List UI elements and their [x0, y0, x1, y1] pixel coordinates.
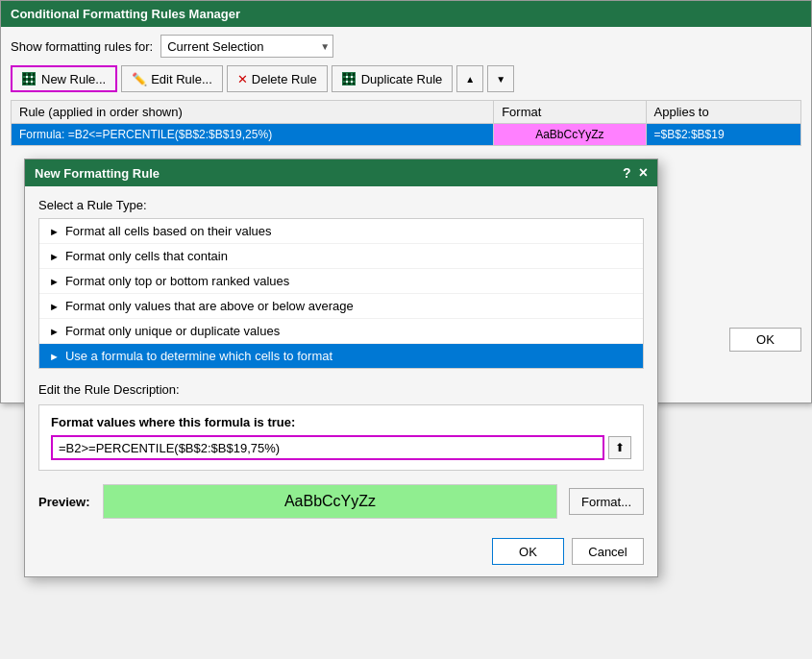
col-header-applies: Applies to	[646, 101, 800, 124]
preview-row: Preview: AaBbCcYyZz Format...	[38, 484, 644, 519]
rule-type-item-5[interactable]: ► Use a formula to determine which cells…	[39, 344, 643, 368]
help-icon[interactable]: ?	[623, 165, 631, 181]
collapse-icon: ⬆	[615, 441, 625, 454]
edit-rule-button[interactable]: ✏️ Edit Rule...	[121, 65, 223, 92]
move-up-button[interactable]: ▲	[456, 65, 483, 92]
duplicate-rule-button[interactable]: Duplicate Rule	[332, 65, 454, 92]
rule-format-cell: AaBbCcYyZz	[494, 124, 646, 146]
rules-table: Rule (applied in order shown) Format App…	[11, 100, 801, 146]
rule-applies-cell: =$B$2:$B$19	[646, 124, 800, 146]
formula-input[interactable]	[51, 435, 604, 460]
rule-arrow-icon-2: ►	[49, 276, 60, 287]
preview-label: Preview:	[38, 495, 91, 509]
rule-formula-cell: Formula: =B2<=PERCENTILE($B$2:$B$19,25%)	[12, 124, 494, 146]
format-button[interactable]: Format...	[569, 488, 644, 515]
rule-type-label-4: Format only unique or duplicate values	[65, 324, 280, 338]
sub-dialog-footer: OK Cancel	[25, 530, 657, 576]
rule-type-label-3: Format only values that are above or bel…	[65, 299, 354, 313]
sub-dialog-title-actions: ? ×	[623, 165, 648, 181]
sub-dialog: New Formatting Rule ? × Select a Rule Ty…	[24, 159, 658, 577]
rule-type-label-2: Format only top or bottom ranked values	[65, 274, 289, 288]
preview-box: AaBbCcYyZz	[103, 484, 557, 519]
main-dialog-body: Show formatting rules for: Current Selec…	[1, 27, 811, 154]
move-down-icon: ▼	[496, 74, 505, 85]
select-rule-type-label: Select a Rule Type:	[38, 198, 644, 212]
sub-dialog-ok-button[interactable]: OK	[492, 538, 564, 565]
edit-rule-description-label: Edit the Rule Description:	[38, 382, 644, 397]
rule-type-label-0: Format all cells based on their values	[65, 224, 272, 238]
show-rules-dropdown-wrapper: Current Selection This Worksheet ▼	[160, 35, 333, 58]
show-rules-row: Show formatting rules for: Current Selec…	[11, 35, 801, 58]
show-rules-label: Show formatting rules for:	[11, 39, 153, 54]
move-up-icon: ▲	[465, 74, 475, 85]
edit-rule-icon: ✏️	[132, 72, 147, 86]
col-header-rule: Rule (applied in order shown)	[12, 101, 494, 124]
main-dialog-title: Conditional Formatting Rules Manager	[11, 7, 240, 21]
rule-type-item-3[interactable]: ► Format only values that are above or b…	[39, 294, 643, 319]
new-rule-icon	[22, 72, 36, 85]
formula-row: ⬆	[51, 435, 631, 460]
table-row[interactable]: Formula: =B2<=PERCENTILE($B$2:$B$19,25%)…	[12, 124, 801, 146]
rule-arrow-icon-5: ►	[49, 351, 60, 362]
rule-type-item-0[interactable]: ► Format all cells based on their values	[39, 219, 643, 244]
delete-rule-label: Delete Rule	[252, 72, 317, 86]
sub-dialog-body: Select a Rule Type: ► Format all cells b…	[25, 186, 657, 530]
rule-arrow-icon-0: ►	[49, 226, 60, 237]
main-ok-button[interactable]: OK	[729, 328, 801, 352]
show-rules-dropdown[interactable]: Current Selection This Worksheet	[160, 35, 333, 58]
formula-collapse-button[interactable]: ⬆	[608, 436, 631, 459]
duplicate-rule-label: Duplicate Rule	[361, 72, 443, 86]
close-icon[interactable]: ×	[639, 165, 648, 181]
move-down-button[interactable]: ▼	[487, 65, 514, 92]
col-header-format: Format	[494, 101, 646, 124]
rule-arrow-icon-1: ►	[49, 251, 60, 262]
rule-type-label-5: Use a formula to determine which cells t…	[65, 349, 332, 363]
new-rule-button[interactable]: New Rule...	[11, 65, 117, 92]
toolbar-row: New Rule... ✏️ Edit Rule... ✕ Delete Rul…	[11, 65, 801, 92]
main-dialog-titlebar: Conditional Formatting Rules Manager	[1, 1, 811, 27]
delete-rule-button[interactable]: ✕ Delete Rule	[227, 65, 328, 92]
rule-type-item-1[interactable]: ► Format only cells that contain	[39, 244, 643, 269]
rule-type-label-1: Format only cells that contain	[65, 249, 228, 263]
new-rule-label: New Rule...	[41, 72, 106, 86]
formula-label: Format values where this formula is true…	[51, 415, 631, 429]
edit-rule-section: Format values where this formula is true…	[38, 404, 644, 471]
edit-rule-label: Edit Rule...	[151, 72, 212, 86]
rule-type-item-4[interactable]: ► Format only unique or duplicate values	[39, 319, 643, 344]
rule-arrow-icon-4: ►	[49, 326, 60, 337]
rule-arrow-icon-3: ►	[49, 301, 60, 312]
delete-rule-icon: ✕	[237, 72, 248, 86]
rule-type-list: ► Format all cells based on their values…	[38, 218, 644, 369]
duplicate-rule-icon	[342, 72, 356, 85]
sub-dialog-cancel-button[interactable]: Cancel	[572, 538, 644, 565]
sub-dialog-title: New Formatting Rule	[35, 166, 160, 181]
sub-dialog-titlebar: New Formatting Rule ? ×	[25, 159, 657, 186]
rule-type-item-2[interactable]: ► Format only top or bottom ranked value…	[39, 269, 643, 294]
